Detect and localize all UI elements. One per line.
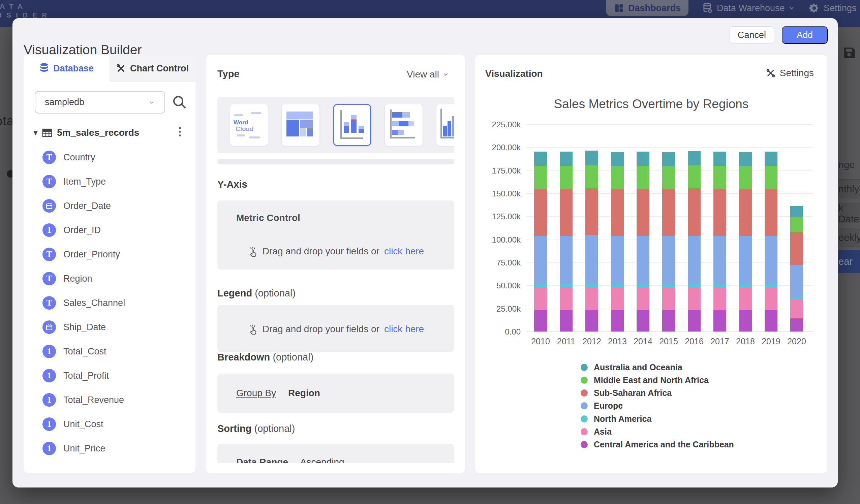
app-logo: DATA INSIDER bbox=[0, 2, 52, 19]
legend-heading: Legend (optional) bbox=[217, 288, 296, 299]
click-here-link[interactable]: click here bbox=[384, 246, 424, 257]
legend-swatch bbox=[580, 441, 588, 448]
legend-item[interactable]: North America bbox=[580, 414, 651, 424]
stacked-bar-2012 bbox=[585, 150, 598, 332]
group-by-label[interactable]: Group By bbox=[236, 388, 276, 398]
field-label: Sales_Channel bbox=[63, 298, 125, 308]
field-item-country[interactable]: TCountry bbox=[42, 149, 95, 165]
field-item-total_profit[interactable]: 1Total_Profit bbox=[42, 368, 109, 384]
nav-item-label: Dashboards bbox=[628, 3, 681, 13]
bar-segment bbox=[636, 152, 649, 166]
collapse-triangle-icon[interactable]: ▾ bbox=[34, 128, 38, 137]
table-name: 5m_sales_records bbox=[57, 127, 139, 138]
number-field-icon: 1 bbox=[42, 345, 56, 358]
tab-chart-control[interactable]: Chart Control bbox=[110, 55, 196, 82]
table-tree-node[interactable]: ▾ 5m_sales_records ⋮ bbox=[34, 124, 185, 141]
field-item-order_date[interactable]: Order_Date bbox=[42, 198, 111, 214]
field-item-unit_price[interactable]: 1Unit_Price bbox=[42, 440, 105, 457]
add-button[interactable]: Add bbox=[782, 26, 828, 44]
chart-type-wordcloud[interactable]: Word Cloud bbox=[230, 104, 268, 146]
nav-item-settings[interactable]: Settings bbox=[809, 0, 857, 16]
legend-dropzone[interactable]: Drag and drop your fields or click here bbox=[217, 305, 454, 352]
legend-label: Asia bbox=[594, 427, 612, 437]
stacked-bar-2011 bbox=[560, 152, 573, 332]
view-all-dropdown[interactable]: View all bbox=[407, 69, 448, 80]
field-item-item_type[interactable]: TItem_Type bbox=[42, 173, 106, 190]
database-select[interactable]: sampledb bbox=[35, 91, 165, 114]
y-axis-tick-label: 200.00k bbox=[480, 143, 521, 152]
legend-item[interactable]: Sub-Saharan Africa bbox=[580, 388, 672, 398]
chart-type-stacked-column-selected[interactable] bbox=[333, 104, 371, 146]
stacked-bar-2020 bbox=[790, 206, 803, 332]
type-heading: Type bbox=[217, 68, 240, 80]
field-item-ship_date[interactable]: Ship_Date bbox=[42, 319, 106, 335]
bar-segment bbox=[560, 310, 573, 332]
legend-label: Middle East and North Africa bbox=[594, 375, 709, 385]
dashboards-grid-icon bbox=[614, 3, 624, 13]
field-item-total_revenue[interactable]: 1Total_Revenue bbox=[42, 392, 124, 408]
bar-segment bbox=[662, 189, 675, 235]
bar-segment bbox=[611, 166, 624, 189]
bar-segment bbox=[713, 284, 726, 287]
bar-segment bbox=[713, 287, 726, 310]
legend-item[interactable]: Middle East and North Africa bbox=[580, 375, 709, 385]
chart-settings-button[interactable]: Settings bbox=[766, 68, 814, 78]
stacked-bar-2015 bbox=[662, 152, 675, 332]
x-axis-tick-label: 2014 bbox=[630, 336, 656, 346]
chart-type-treemap[interactable] bbox=[282, 104, 319, 146]
bar-segment bbox=[790, 265, 803, 297]
y-axis-tick-label: 100.00k bbox=[480, 235, 521, 245]
bar-segment bbox=[534, 236, 547, 284]
field-item-unit_cost[interactable]: 1Unit_Cost bbox=[42, 416, 103, 432]
field-item-order_priority[interactable]: TOrder_Priority bbox=[42, 246, 120, 262]
legend-swatch bbox=[580, 389, 588, 397]
gridline bbox=[526, 147, 813, 147]
field-item-region[interactable]: TRegion bbox=[42, 271, 92, 287]
breakdown-card[interactable]: Group By Region bbox=[217, 374, 454, 413]
bar-segment bbox=[662, 287, 675, 310]
cancel-button[interactable]: Cancel bbox=[730, 26, 774, 44]
x-axis-tick-label: 2011 bbox=[553, 336, 579, 346]
left-tabs: Database Chart Control bbox=[24, 55, 196, 82]
bar-segment bbox=[636, 236, 649, 284]
field-item-sales_channel[interactable]: TSales_Channel bbox=[42, 295, 125, 311]
y-axis-heading: Y-Axis bbox=[217, 179, 247, 190]
search-icon[interactable] bbox=[171, 94, 187, 110]
legend-item[interactable]: Europe bbox=[580, 401, 623, 411]
bar-segment bbox=[713, 310, 726, 332]
sorting-card[interactable]: Data Range Ascending bbox=[217, 444, 454, 463]
bar-segment bbox=[560, 189, 573, 235]
nav-item-data-warehouse[interactable]: Data Warehouse bbox=[703, 0, 794, 16]
metric-control-dropzone[interactable]: Metric Control Drag and drop your fields… bbox=[217, 200, 454, 270]
horizontal-scrollbar[interactable] bbox=[217, 159, 454, 164]
bar-segment bbox=[662, 152, 675, 166]
metric-control-title: Metric Control bbox=[236, 213, 300, 224]
bar-segment bbox=[611, 284, 624, 287]
field-label: Order_Date bbox=[63, 201, 111, 211]
legend-item[interactable]: Australia and Oceania bbox=[580, 362, 683, 372]
legend-item[interactable]: Asia bbox=[580, 427, 612, 437]
tab-database[interactable]: Database bbox=[24, 55, 110, 82]
nav-item-dashboards[interactable]: Dashboards bbox=[606, 0, 688, 16]
bar-segment bbox=[611, 310, 624, 332]
field-item-total_cost[interactable]: 1Total_Cost bbox=[42, 343, 106, 359]
chart-type-column[interactable] bbox=[436, 104, 454, 146]
y-axis-tick-label: 150.00k bbox=[480, 189, 521, 199]
bar-segment bbox=[662, 284, 675, 287]
legend-item[interactable]: Central America and the Caribbean bbox=[580, 440, 734, 450]
bar-segment bbox=[560, 236, 573, 284]
field-item-order_id[interactable]: 1Order_ID bbox=[42, 222, 101, 238]
tap-icon bbox=[248, 246, 258, 257]
number-field-icon: 1 bbox=[42, 224, 56, 237]
bar-segment bbox=[713, 236, 726, 284]
kebab-menu-icon[interactable]: ⋮ bbox=[175, 125, 185, 138]
bar-segment bbox=[560, 152, 573, 166]
click-here-link[interactable]: click here bbox=[384, 324, 424, 334]
bar-segment bbox=[765, 152, 777, 166]
chart-type-strip: Word Cloud bbox=[217, 97, 454, 153]
tab-label: Database bbox=[53, 63, 94, 74]
chart-type-stacked-bar[interactable] bbox=[385, 104, 422, 146]
tab-label: Chart Control bbox=[130, 63, 189, 74]
field-label: Region bbox=[63, 274, 92, 284]
bar-segment bbox=[662, 166, 675, 189]
